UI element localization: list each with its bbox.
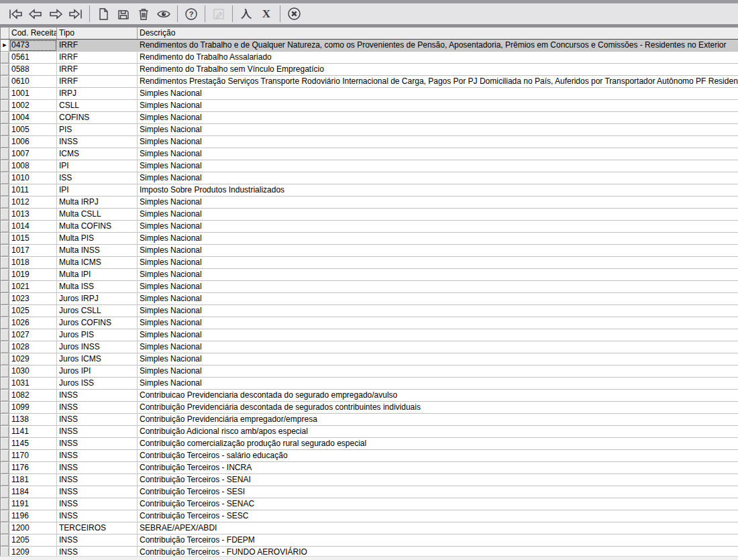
cell-tipo[interactable]: Juros ICMS xyxy=(57,353,138,366)
cell-cod-receita[interactable]: 1012 xyxy=(9,197,57,209)
table-row[interactable]: 1023Juros IRPJSimples Nacional xyxy=(1,293,738,305)
table-row[interactable]: ►0473IRRFRendimentos do Trabalho e de Qu… xyxy=(1,40,738,52)
cell-cod-receita[interactable]: 1017 xyxy=(9,245,57,257)
cell-cod-receita[interactable]: 1191 xyxy=(9,498,57,510)
table-row[interactable]: 1145INSSContribuição comercialização pro… xyxy=(1,438,738,450)
cell-descricao[interactable]: Simples Nacional xyxy=(138,341,738,353)
cell-descricao[interactable]: Simples Nacional xyxy=(138,233,738,245)
header-descricao[interactable]: Descrição xyxy=(138,27,738,39)
cell-tipo[interactable]: IRRF xyxy=(57,76,138,88)
cell-descricao[interactable]: Simples Nacional xyxy=(138,366,738,378)
cell-descricao[interactable]: Simples Nacional xyxy=(138,88,738,100)
table-row[interactable]: 1018Multa ICMSSimples Nacional xyxy=(1,257,738,269)
cell-descricao[interactable]: Contribuição Terceiros - salário educaçã… xyxy=(138,450,738,462)
cell-descricao[interactable]: Contribuição Terceiros - INCRA xyxy=(138,462,738,474)
cell-cod-receita[interactable]: 1196 xyxy=(9,510,57,522)
table-row[interactable]: 1013Multa CSLLSimples Nacional xyxy=(1,209,738,221)
cell-descricao[interactable]: Simples Nacional xyxy=(138,353,738,366)
cell-descricao[interactable]: Simples Nacional xyxy=(138,100,738,112)
cell-tipo[interactable]: IRRF xyxy=(57,40,138,52)
cell-tipo[interactable]: INSS xyxy=(57,498,138,510)
table-row[interactable]: 1181INSSContribuição Terceiros - SENAI xyxy=(1,474,738,486)
table-row[interactable]: 0610IRRFRendimentos Prestação Serviços T… xyxy=(1,76,738,88)
cell-descricao[interactable]: Imposto Sobre Produtos Industrializados xyxy=(138,184,738,197)
cell-descricao[interactable]: Simples Nacional xyxy=(138,269,738,281)
cell-tipo[interactable]: Juros INSS xyxy=(57,341,138,353)
table-row[interactable]: 1002CSLLSimples Nacional xyxy=(1,100,738,112)
new-record-button[interactable] xyxy=(93,5,113,23)
edit-record-button[interactable] xyxy=(209,5,229,23)
table-row[interactable]: 1015Multa PISSimples Nacional xyxy=(1,233,738,245)
cell-cod-receita[interactable]: 0610 xyxy=(9,76,57,88)
view-record-button[interactable] xyxy=(154,5,174,23)
cell-tipo[interactable]: INSS xyxy=(57,414,138,426)
table-row[interactable]: 1031Juros ISSSimples Nacional xyxy=(1,378,738,390)
cell-tipo[interactable]: CSLL xyxy=(57,100,138,112)
cell-descricao[interactable]: Rendimentos do Trabalho e de Qualquer Na… xyxy=(138,40,738,52)
cell-tipo[interactable]: INSS xyxy=(57,426,138,438)
cell-tipo[interactable]: PIS xyxy=(57,124,138,136)
table-row[interactable]: 1176INSSContribuição Terceiros - INCRA xyxy=(1,462,738,474)
cell-cod-receita[interactable]: 1026 xyxy=(9,317,57,329)
cell-descricao[interactable]: Contribuição Adicional risco amb/apos es… xyxy=(138,426,738,438)
cell-tipo[interactable]: Multa COFINS xyxy=(57,221,138,233)
cell-descricao[interactable]: Simples Nacional xyxy=(138,305,738,317)
table-row[interactable]: 0588IRRFRendimento do Trabalho sem Víncu… xyxy=(1,64,738,76)
cell-tipo[interactable]: ISS xyxy=(57,172,138,184)
cell-cod-receita[interactable]: 1010 xyxy=(9,172,57,184)
cell-tipo[interactable]: INSS xyxy=(57,474,138,486)
cell-descricao[interactable]: Simples Nacional xyxy=(138,197,738,209)
table-row[interactable]: 1205INSSContribuição Terceiros - FDEPM xyxy=(1,535,738,547)
cell-tipo[interactable]: IRPJ xyxy=(57,88,138,100)
table-row[interactable]: 1027Juros PISSimples Nacional xyxy=(1,329,738,341)
cell-cod-receita[interactable]: 1018 xyxy=(9,257,57,269)
cell-cod-receita[interactable]: 1014 xyxy=(9,221,57,233)
export-pdf-button[interactable] xyxy=(236,5,256,23)
save-record-button[interactable] xyxy=(113,5,134,23)
cell-tipo[interactable]: IPI xyxy=(57,160,138,172)
cell-cod-receita[interactable]: 1007 xyxy=(9,148,57,160)
cell-tipo[interactable]: Multa PIS xyxy=(57,233,138,245)
cell-tipo[interactable]: Juros CSLL xyxy=(57,305,138,317)
cell-descricao[interactable]: Simples Nacional xyxy=(138,136,738,148)
cell-tipo[interactable]: IRRF xyxy=(57,52,138,64)
cell-descricao[interactable]: Simples Nacional xyxy=(138,293,738,305)
table-row[interactable]: 1029Juros ICMSSimples Nacional xyxy=(1,353,738,366)
header-cod-receita[interactable]: Cod. Receita xyxy=(9,27,57,39)
cell-cod-receita[interactable]: 1141 xyxy=(9,426,57,438)
table-row[interactable]: 1010ISSSimples Nacional xyxy=(1,172,738,184)
cell-descricao[interactable]: Simples Nacional xyxy=(138,257,738,269)
cell-tipo[interactable]: INSS xyxy=(57,438,138,450)
cell-tipo[interactable]: Juros PIS xyxy=(57,329,138,341)
table-row[interactable]: 1028Juros INSSSimples Nacional xyxy=(1,341,738,353)
cell-tipo[interactable]: INSS xyxy=(57,402,138,414)
table-row[interactable]: 1026Juros COFINSSimples Nacional xyxy=(1,317,738,329)
table-row[interactable]: 1019Multa IPISimples Nacional xyxy=(1,269,738,281)
table-row[interactable]: 1012Multa IRPJSimples Nacional xyxy=(1,197,738,209)
cell-descricao[interactable]: Rendimentos Prestação Serviços Transport… xyxy=(138,76,738,88)
cell-descricao[interactable]: Contribuição Previdenciária descontada d… xyxy=(138,402,738,414)
cell-descricao[interactable]: Simples Nacional xyxy=(138,124,738,136)
cell-cod-receita[interactable]: 1013 xyxy=(9,209,57,221)
cell-cod-receita[interactable]: 0561 xyxy=(9,52,57,64)
cell-tipo[interactable]: Multa INSS xyxy=(57,245,138,257)
table-row[interactable]: 1004COFINSSimples Nacional xyxy=(1,112,738,124)
cell-cod-receita[interactable]: 1205 xyxy=(9,535,57,547)
cell-descricao[interactable]: Contribuicao Previdenciaria descontada d… xyxy=(138,390,738,402)
cell-cod-receita[interactable]: 1004 xyxy=(9,112,57,124)
table-row[interactable]: 0561IRRFRendimento do Trabalho Assalaria… xyxy=(1,52,738,64)
table-row[interactable]: 1011IPIImposto Sobre Produtos Industrial… xyxy=(1,184,738,197)
cell-tipo[interactable]: IRRF xyxy=(57,64,138,76)
cell-descricao[interactable]: Simples Nacional xyxy=(138,329,738,341)
table-row[interactable]: 1005PISSimples Nacional xyxy=(1,124,738,136)
cell-cod-receita[interactable]: 1184 xyxy=(9,486,57,498)
next-record-button[interactable] xyxy=(46,5,66,23)
table-row[interactable]: 1170INSSContribuição Terceiros - salário… xyxy=(1,450,738,462)
cell-descricao[interactable]: Contribuição comercialização produção ru… xyxy=(138,438,738,450)
table-row[interactable]: 1030Juros IPISimples Nacional xyxy=(1,366,738,378)
cell-descricao[interactable]: Rendimento do Trabalho sem Vínculo Empre… xyxy=(138,64,738,76)
cell-descricao[interactable]: Contribuição Terceiros - SESI xyxy=(138,486,738,498)
cell-cod-receita[interactable]: 0588 xyxy=(9,64,57,76)
table-row[interactable]: 1008IPISimples Nacional xyxy=(1,160,738,172)
cell-tipo[interactable]: INSS xyxy=(57,450,138,462)
